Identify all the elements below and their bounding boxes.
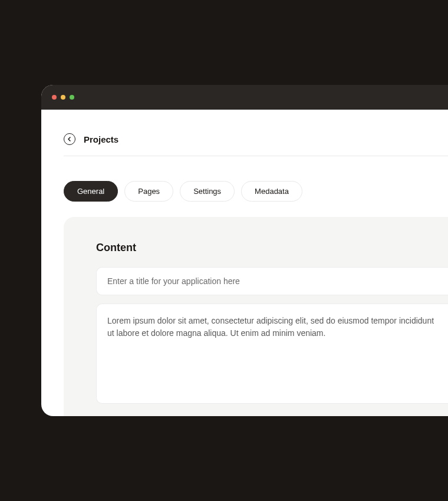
chevron-left-icon: [67, 137, 72, 141]
titlebar: [41, 85, 448, 110]
tab-settings[interactable]: Settings: [180, 181, 235, 202]
header-row: Projects: [64, 133, 448, 156]
close-icon[interactable]: [52, 95, 57, 100]
tab-pages[interactable]: Pages: [124, 181, 173, 202]
panel-title: Content: [96, 242, 448, 254]
title-input[interactable]: Enter a title for your application here: [96, 267, 448, 295]
maximize-icon[interactable]: [70, 95, 74, 100]
back-button[interactable]: [64, 133, 75, 145]
content-panel: Content Enter a title for your applicati…: [64, 217, 448, 416]
minimize-icon[interactable]: [61, 95, 65, 100]
content-area: Projects General Pages Settings Medadata…: [41, 110, 448, 416]
app-window: Projects General Pages Settings Medadata…: [41, 85, 448, 416]
description-input[interactable]: Lorem ipsum dolor sit amet, consectetur …: [96, 304, 448, 404]
tab-general[interactable]: General: [64, 181, 118, 202]
tab-metadata[interactable]: Medadata: [241, 181, 302, 202]
page-title: Projects: [84, 134, 118, 144]
tabs: General Pages Settings Medadata: [64, 181, 448, 202]
